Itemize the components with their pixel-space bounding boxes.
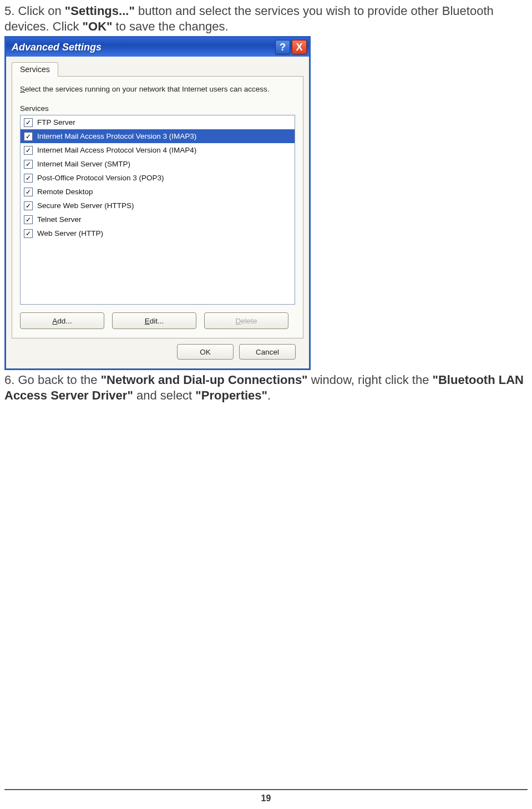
delete-button: Delete: [204, 312, 288, 329]
description-text: Select the services running on your netw…: [20, 84, 295, 94]
cancel-button[interactable]: Cancel: [239, 344, 296, 360]
checkbox[interactable]: ✓: [24, 160, 33, 169]
checkbox[interactable]: ✓: [24, 201, 33, 210]
list-button-row: Add... Edit... Delete: [20, 312, 295, 329]
service-item[interactable]: ✓FTP Server: [21, 115, 295, 129]
service-item[interactable]: ✓Remote Desktop: [21, 185, 295, 199]
help-button[interactable]: ?: [275, 40, 290, 54]
service-item[interactable]: ✓Web Server (HTTP): [21, 226, 295, 240]
dialog-body: Services Select the services running on …: [6, 57, 309, 368]
checkbox[interactable]: ✓: [24, 146, 33, 155]
services-label: Services: [20, 104, 295, 113]
tabstrip: Services: [12, 62, 303, 77]
service-label: Internet Mail Access Protocol Version 4 …: [37, 146, 196, 154]
service-item[interactable]: ✓Post-Office Protocol Version 3 (POP3): [21, 171, 295, 185]
checkbox[interactable]: ✓: [24, 229, 33, 238]
help-icon: ?: [280, 42, 286, 53]
service-label: Internet Mail Server (SMTP): [37, 160, 130, 168]
step-6-text: 6. Go back to the "Network and Dial-up C…: [4, 372, 528, 403]
service-item[interactable]: ✓Internet Mail Access Protocol Version 4…: [21, 143, 295, 157]
service-label: FTP Server: [37, 118, 75, 127]
service-label: Remote Desktop: [37, 188, 93, 196]
service-item[interactable]: ✓Internet Mail Server (SMTP): [21, 157, 295, 171]
ok-button[interactable]: OK: [177, 344, 234, 360]
service-item[interactable]: ✓Internet Mail Access Protocol Version 3…: [21, 129, 295, 143]
checkbox[interactable]: ✓: [24, 118, 33, 127]
service-item[interactable]: ✓Secure Web Server (HTTPS): [21, 199, 295, 213]
close-button[interactable]: X: [292, 40, 307, 54]
service-label: Web Server (HTTP): [37, 229, 103, 237]
step-5-text: 5. Click on "Settings..." button and sel…: [4, 3, 528, 34]
service-label: Secure Web Server (HTTPS): [37, 201, 134, 210]
checkbox[interactable]: ✓: [24, 174, 33, 183]
dialog-title: Advanced Settings: [12, 42, 273, 53]
dialog-footer: OK Cancel: [12, 338, 303, 362]
service-item[interactable]: ✓Telnet Server: [21, 213, 295, 226]
advanced-settings-dialog: Advanced Settings ? X Services Select th…: [4, 36, 311, 370]
edit-button[interactable]: Edit...: [112, 312, 196, 329]
add-button[interactable]: Add...: [20, 312, 104, 329]
checkbox[interactable]: ✓: [24, 188, 33, 196]
service-label: Internet Mail Access Protocol Version 3 …: [37, 132, 196, 140]
tab-panel: Select the services running on your netw…: [12, 76, 303, 338]
tab-services[interactable]: Services: [12, 62, 58, 77]
checkbox[interactable]: ✓: [24, 215, 33, 224]
checkbox[interactable]: ✓: [24, 132, 33, 141]
service-label: Telnet Server: [37, 215, 82, 224]
services-list[interactable]: ✓FTP Server✓Internet Mail Access Protoco…: [20, 115, 295, 305]
service-label: Post-Office Protocol Version 3 (POP3): [37, 174, 164, 182]
titlebar: Advanced Settings ? X: [6, 38, 309, 57]
close-icon: X: [296, 42, 302, 53]
